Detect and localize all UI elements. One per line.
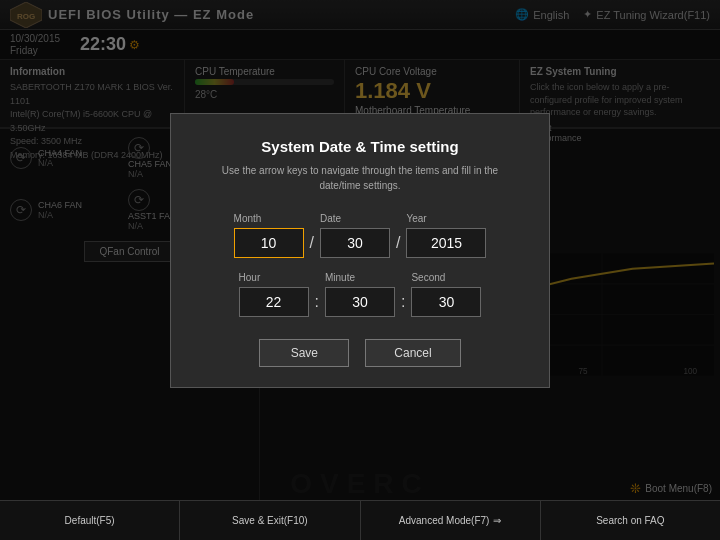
year-label: Year	[406, 213, 426, 224]
date-separator-1: /	[310, 234, 314, 258]
time-separator-1: :	[315, 293, 319, 317]
hour-label: Hour	[239, 272, 261, 283]
date-time-dialog: System Date & Time setting Use the arrow…	[170, 113, 550, 388]
date-separator-2: /	[396, 234, 400, 258]
date-field-group: Date	[320, 213, 390, 258]
search-faq-label: Search on FAQ	[596, 515, 664, 526]
month-input[interactable]	[234, 228, 304, 258]
dialog-title: System Date & Time setting	[201, 138, 519, 155]
month-field-group: Month	[234, 213, 304, 258]
date-input[interactable]	[320, 228, 390, 258]
date-label: Date	[320, 213, 341, 224]
minute-label: Minute	[325, 272, 355, 283]
second-input[interactable]	[411, 287, 481, 317]
search-faq-btn[interactable]: Search on FAQ	[541, 501, 720, 540]
arrow-icon: ⇒	[493, 515, 501, 526]
save-button[interactable]: Save	[259, 339, 349, 367]
save-exit-label: Save & Exit(F10)	[232, 515, 308, 526]
date-time-fields: Month / Date / Year Hour	[201, 213, 519, 317]
dialog-overlay: System Date & Time setting Use the arrow…	[0, 0, 720, 500]
year-input[interactable]	[406, 228, 486, 258]
minute-input[interactable]	[325, 287, 395, 317]
advanced-mode-btn[interactable]: Advanced Mode(F7) ⇒	[361, 501, 541, 540]
advanced-mode-label: Advanced Mode(F7)	[399, 515, 490, 526]
default-label: Default(F5)	[65, 515, 115, 526]
footer-bar: Default(F5) Save & Exit(F10) Advanced Mo…	[0, 500, 720, 540]
time-field-row: Hour : Minute : Second	[239, 272, 482, 317]
minute-field-group: Minute	[325, 272, 395, 317]
month-label: Month	[234, 213, 262, 224]
time-separator-2: :	[401, 293, 405, 317]
hour-input[interactable]	[239, 287, 309, 317]
default-btn[interactable]: Default(F5)	[0, 501, 180, 540]
dialog-description: Use the arrow keys to navigate through t…	[201, 163, 519, 193]
date-field-row: Month / Date / Year	[234, 213, 487, 258]
second-label: Second	[411, 272, 445, 283]
second-field-group: Second	[411, 272, 481, 317]
hour-field-group: Hour	[239, 272, 309, 317]
dialog-buttons: Save Cancel	[201, 339, 519, 367]
year-field-group: Year	[406, 213, 486, 258]
save-exit-btn[interactable]: Save & Exit(F10)	[180, 501, 360, 540]
cancel-button[interactable]: Cancel	[365, 339, 460, 367]
